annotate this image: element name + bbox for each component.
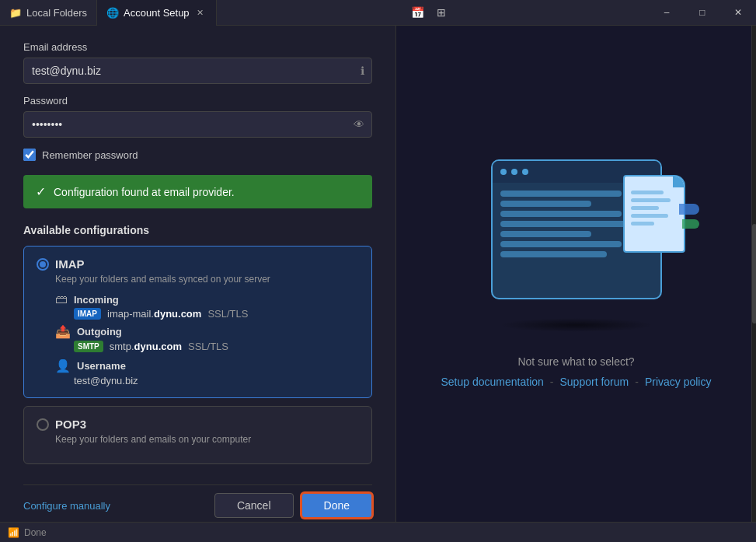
tab-local-folders[interactable]: 📁 Local Folders <box>0 0 97 26</box>
tab-local-folders-label: Local Folders <box>26 7 87 19</box>
show-password-icon[interactable]: 👁 <box>354 118 364 131</box>
title-bar: 📁 Local Folders 🌐 Account Setup ✕ 📅 ⊞ – … <box>0 0 756 26</box>
minimize-button[interactable]: – <box>649 0 685 26</box>
imap-option-desc: Keep your folders and emails synced on y… <box>55 274 359 285</box>
imap-option-header: IMAP <box>37 257 359 271</box>
doc-line-4 <box>631 214 668 218</box>
browser-line-6 <box>500 241 622 247</box>
outgoing-ssl: SSL/TLS <box>188 341 228 352</box>
doc-line-2 <box>631 198 671 202</box>
username-icon: 👤 <box>55 358 71 373</box>
outgoing-label: Outgoing <box>77 326 122 337</box>
grid-icon[interactable]: ⊞ <box>430 2 452 23</box>
done-button[interactable]: Done <box>301 493 372 518</box>
shadow-ellipse <box>499 318 654 332</box>
email-input-wrapper: ℹ <box>23 58 372 84</box>
configure-manually-button[interactable]: Configure manually <box>23 500 110 512</box>
doc-arrow-1 <box>679 204 699 215</box>
maximize-button[interactable]: □ <box>685 0 720 26</box>
imap-option-title: IMAP <box>55 257 85 271</box>
doc-line-1 <box>631 191 664 194</box>
document-overlay <box>623 175 685 253</box>
imap-badge: IMAP <box>74 308 101 320</box>
pop3-radio[interactable] <box>37 418 49 431</box>
username-value: test@dynu.biz <box>74 375 359 386</box>
username-label: Username <box>77 360 126 372</box>
tab-account-setup[interactable]: 🌐 Account Setup ✕ <box>97 0 217 26</box>
success-banner: ✓ Configuration found at email provider. <box>23 175 372 208</box>
browser-line-5 <box>500 231 592 237</box>
password-label: Password <box>23 95 372 107</box>
incoming-server: imap-mail.dynu.com <box>107 308 201 320</box>
configurations-title: Available configurations <box>23 224 372 236</box>
footer-area: Configure manually Cancel Done <box>23 484 372 518</box>
main-content: Email address ℹ Password 👁 Remember pass… <box>0 26 756 522</box>
toolbar-icons: 📅 ⊞ <box>407 2 458 23</box>
browser-dot-3 <box>522 169 528 175</box>
incoming-ssl: SSL/TLS <box>207 308 248 320</box>
setup-docs-link[interactable]: Setup documentation <box>441 376 544 388</box>
status-bar-text: Done <box>24 527 47 538</box>
tab-account-setup-label: Account Setup <box>124 7 190 19</box>
window-controls: – □ ✕ <box>649 0 756 26</box>
incoming-section: 🗃 Incoming <box>55 292 359 306</box>
action-buttons: Cancel Done <box>214 493 372 518</box>
doc-arrow-2 <box>682 219 699 229</box>
helper-text: Not sure what to select? <box>517 355 634 368</box>
left-panel: Email address ℹ Password 👁 Remember pass… <box>0 26 396 522</box>
browser-line-1 <box>500 191 622 197</box>
password-input[interactable] <box>23 111 372 138</box>
info-icon[interactable]: ℹ <box>361 65 364 77</box>
doc-line-5 <box>631 222 654 226</box>
outgoing-icon: 📤 <box>55 324 71 339</box>
scrollbar-thumb[interactable] <box>752 224 756 323</box>
status-bar: 📶 Done <box>0 522 756 542</box>
incoming-info: IMAP imap-mail.dynu.com SSL/TLS <box>74 308 359 320</box>
outgoing-section: 📤 Outgoing <box>55 324 359 339</box>
remember-password-row: Remember password <box>23 149 372 161</box>
outgoing-info: SMTP smtp.dynu.com SSL/TLS <box>74 341 359 352</box>
cancel-button[interactable]: Cancel <box>214 493 294 518</box>
pop3-option[interactable]: POP3 Keep your folders and emails on you… <box>23 406 372 464</box>
incoming-icon: 🗃 <box>55 292 68 306</box>
imap-radio[interactable] <box>37 258 49 271</box>
browser-line-3 <box>500 211 622 217</box>
remember-password-label: Remember password <box>42 149 138 161</box>
scrollbar-track <box>751 26 756 522</box>
browser-dot-1 <box>500 169 507 175</box>
illustration <box>491 159 662 299</box>
browser-line-7 <box>500 251 607 257</box>
calendar-icon[interactable]: 📅 <box>407 2 429 23</box>
local-folders-icon: 📁 <box>9 7 22 19</box>
browser-dot-2 <box>511 169 517 175</box>
success-banner-text: Configuration found at email provider. <box>54 186 235 198</box>
separator-1: - <box>550 376 554 388</box>
pop3-option-desc: Keep your folders and emails on your com… <box>55 434 359 445</box>
support-forum-link[interactable]: Support forum <box>560 376 629 388</box>
pop3-option-title: POP3 <box>55 418 86 431</box>
right-panel: Not sure what to select? Setup documenta… <box>396 26 756 522</box>
separator-2: - <box>635 376 639 388</box>
email-label: Email address <box>23 41 372 53</box>
helper-links: Setup documentation - Support forum - Pr… <box>441 376 712 388</box>
password-input-wrapper: 👁 <box>23 111 372 138</box>
username-section: 👤 Username <box>55 358 359 373</box>
incoming-label: Incoming <box>74 294 119 306</box>
tab-close-button[interactable]: ✕ <box>194 6 207 19</box>
browser-line-2 <box>500 201 592 207</box>
close-button[interactable]: ✕ <box>720 0 756 26</box>
smtp-badge: SMTP <box>74 341 103 352</box>
email-input[interactable] <box>23 58 372 84</box>
imap-option[interactable]: IMAP Keep your folders and emails synced… <box>23 246 372 398</box>
browser-line-4 <box>500 221 637 227</box>
outgoing-server: smtp.dynu.com <box>110 341 182 352</box>
status-bar-icon: 📶 <box>8 527 19 538</box>
account-setup-icon: 🌐 <box>106 7 119 19</box>
remember-password-checkbox[interactable] <box>23 149 36 161</box>
doc-line-3 <box>631 206 659 210</box>
success-check-icon: ✓ <box>36 184 46 199</box>
pop3-option-header: POP3 <box>37 418 359 431</box>
privacy-policy-link[interactable]: Privacy policy <box>645 376 712 388</box>
